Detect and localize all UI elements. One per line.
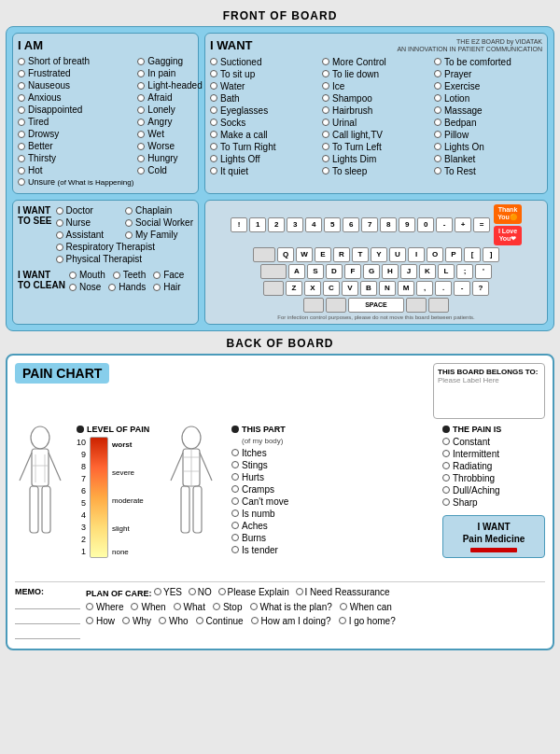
radio[interactable] bbox=[189, 588, 196, 595]
radio[interactable] bbox=[434, 106, 441, 114]
radio[interactable] bbox=[210, 94, 217, 102]
radio[interactable] bbox=[210, 58, 217, 65]
radio[interactable] bbox=[122, 617, 130, 624]
radio[interactable] bbox=[56, 231, 63, 239]
radio[interactable] bbox=[231, 546, 239, 553]
radio[interactable] bbox=[210, 143, 217, 150]
key-L[interactable]: L bbox=[438, 264, 455, 279]
key-tab[interactable] bbox=[253, 247, 275, 262]
radio[interactable] bbox=[108, 284, 116, 291]
radio[interactable] bbox=[210, 82, 217, 90]
radio[interactable] bbox=[434, 82, 441, 90]
key-slash[interactable]: - bbox=[454, 281, 470, 296]
radio[interactable] bbox=[231, 449, 239, 456]
radio[interactable] bbox=[18, 167, 25, 175]
radio[interactable] bbox=[434, 131, 441, 138]
radio[interactable] bbox=[137, 155, 145, 162]
key-Z[interactable]: Z bbox=[286, 281, 302, 296]
radio[interactable] bbox=[434, 167, 441, 175]
radio[interactable] bbox=[69, 284, 77, 291]
key-fn2[interactable] bbox=[326, 298, 346, 313]
key-rbracket[interactable]: ] bbox=[483, 247, 499, 262]
radio[interactable] bbox=[322, 167, 329, 175]
radio[interactable] bbox=[442, 474, 450, 482]
radio[interactable] bbox=[18, 178, 25, 186]
radio[interactable] bbox=[137, 131, 145, 138]
radio[interactable] bbox=[18, 119, 25, 126]
key-Y[interactable]: Y bbox=[371, 247, 387, 262]
key-R[interactable]: R bbox=[333, 247, 350, 262]
radio[interactable] bbox=[174, 603, 181, 610]
key-P[interactable]: P bbox=[445, 247, 462, 262]
radio[interactable] bbox=[137, 143, 145, 150]
key-fn3[interactable] bbox=[406, 298, 427, 313]
radio[interactable] bbox=[159, 617, 166, 624]
radio[interactable] bbox=[153, 272, 161, 279]
radio[interactable] bbox=[56, 207, 63, 215]
radio[interactable] bbox=[18, 143, 25, 150]
radio[interactable] bbox=[434, 119, 441, 126]
radio[interactable] bbox=[137, 106, 145, 114]
radio[interactable] bbox=[137, 167, 145, 175]
key-minus[interactable]: - bbox=[436, 217, 453, 232]
key-caps[interactable] bbox=[260, 264, 287, 279]
radio[interactable] bbox=[231, 497, 239, 505]
radio[interactable] bbox=[251, 617, 259, 624]
key-O[interactable]: O bbox=[427, 247, 443, 262]
radio[interactable] bbox=[210, 119, 217, 126]
key-2[interactable]: 2 bbox=[268, 217, 285, 232]
radio[interactable] bbox=[210, 167, 217, 175]
key-H[interactable]: H bbox=[382, 264, 399, 279]
key-G[interactable]: G bbox=[363, 264, 380, 279]
key-7[interactable]: 7 bbox=[361, 217, 378, 232]
radio[interactable] bbox=[213, 603, 220, 610]
key-S[interactable]: S bbox=[307, 264, 324, 279]
key-N[interactable]: N bbox=[379, 281, 396, 296]
key-D[interactable]: D bbox=[326, 264, 343, 279]
key-4[interactable]: 4 bbox=[305, 217, 322, 232]
radio[interactable] bbox=[56, 219, 63, 227]
radio[interactable] bbox=[231, 522, 239, 529]
radio[interactable] bbox=[56, 244, 63, 251]
radio[interactable] bbox=[86, 617, 93, 624]
radio[interactable] bbox=[125, 219, 133, 227]
radio[interactable] bbox=[322, 131, 329, 138]
radio[interactable] bbox=[442, 486, 450, 494]
key-1[interactable]: 1 bbox=[249, 217, 266, 232]
key-space[interactable]: SPACE bbox=[348, 298, 404, 313]
key-lbracket[interactable]: [ bbox=[464, 247, 481, 262]
radio[interactable] bbox=[113, 272, 120, 279]
key-period[interactable]: . bbox=[435, 281, 452, 296]
radio[interactable] bbox=[196, 617, 203, 624]
key-C[interactable]: C bbox=[323, 281, 340, 296]
radio[interactable] bbox=[322, 143, 329, 150]
radio[interactable] bbox=[322, 119, 329, 126]
key-equals[interactable]: = bbox=[473, 217, 490, 232]
radio[interactable] bbox=[137, 58, 145, 65]
key-fn1[interactable] bbox=[303, 298, 324, 313]
radio[interactable] bbox=[18, 58, 25, 65]
radio[interactable] bbox=[434, 70, 441, 77]
key-9[interactable]: 9 bbox=[399, 217, 415, 232]
radio[interactable] bbox=[18, 94, 25, 102]
radio[interactable] bbox=[322, 106, 329, 114]
key-plus[interactable]: + bbox=[455, 217, 471, 232]
radio[interactable] bbox=[137, 119, 145, 126]
radio[interactable] bbox=[18, 155, 25, 162]
radio[interactable] bbox=[231, 534, 239, 541]
radio[interactable] bbox=[442, 498, 450, 506]
radio[interactable] bbox=[18, 131, 25, 138]
key-K[interactable]: K bbox=[419, 264, 436, 279]
key-5[interactable]: 5 bbox=[324, 217, 341, 232]
radio[interactable] bbox=[18, 82, 25, 90]
radio[interactable] bbox=[131, 603, 138, 610]
key-B[interactable]: B bbox=[360, 281, 377, 296]
radio[interactable] bbox=[153, 284, 161, 291]
i-love-you-button[interactable]: I LoveYou❤ bbox=[494, 226, 522, 245]
radio[interactable] bbox=[210, 106, 217, 114]
key-question[interactable]: ? bbox=[472, 281, 489, 296]
radio[interactable] bbox=[322, 155, 329, 162]
key-fn4[interactable] bbox=[428, 298, 449, 313]
radio[interactable] bbox=[56, 256, 63, 263]
radio[interactable] bbox=[210, 70, 217, 77]
